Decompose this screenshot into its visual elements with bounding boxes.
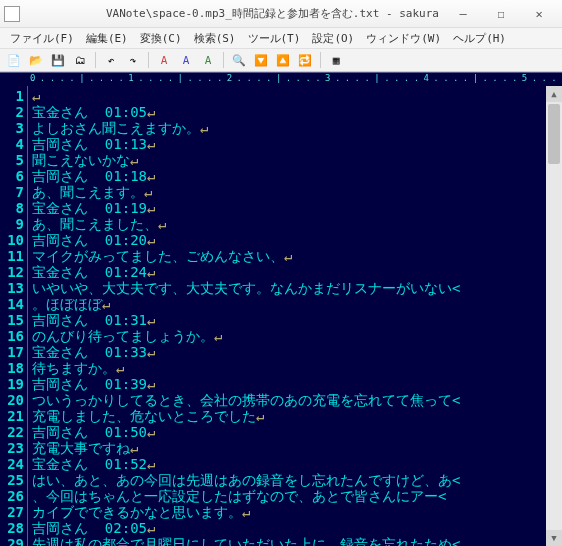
ruler: 0 . . . . | . . . . 1 . . . . | . . . . … bbox=[0, 72, 562, 86]
window-controls: — ☐ ✕ bbox=[444, 3, 558, 25]
vertical-scrollbar[interactable]: ▲ ▼ bbox=[546, 86, 562, 546]
line-number: 12 bbox=[0, 264, 27, 280]
a1-icon[interactable]: A bbox=[154, 50, 174, 70]
line-number: 9 bbox=[0, 216, 27, 232]
line-number: 14 bbox=[0, 296, 27, 312]
maximize-button[interactable]: ☐ bbox=[482, 3, 520, 25]
text-line[interactable]: のんびり待ってましょうか。↵ bbox=[32, 328, 562, 344]
window-title: VANote\space-0.mp3_時間記録と参加者を含む.txt - sak… bbox=[26, 6, 444, 21]
text-line[interactable]: 宝金さん 01:19↵ bbox=[32, 200, 562, 216]
line-number: 10 bbox=[0, 232, 27, 248]
line-number: 5 bbox=[0, 152, 27, 168]
editor-area: 1234567891011121314151617181920212223242… bbox=[0, 86, 562, 546]
save-icon[interactable]: 💾 bbox=[48, 50, 68, 70]
menu-setting[interactable]: 設定(O) bbox=[306, 29, 360, 48]
text-line[interactable]: 吉岡さん 01:31↵ bbox=[32, 312, 562, 328]
line-number: 22 bbox=[0, 424, 27, 440]
text-line[interactable]: 吉岡さん 02:05↵ bbox=[32, 520, 562, 536]
replace-icon[interactable]: 🔁 bbox=[295, 50, 315, 70]
menu-convert[interactable]: 変換(C) bbox=[134, 29, 188, 48]
saveall-icon[interactable]: 🗂 bbox=[70, 50, 90, 70]
line-number: 29 bbox=[0, 536, 27, 546]
separator bbox=[95, 52, 96, 68]
text-line[interactable]: 吉岡さん 01:18↵ bbox=[32, 168, 562, 184]
separator bbox=[223, 52, 224, 68]
text-line[interactable]: 待ちますか。↵ bbox=[32, 360, 562, 376]
text-line[interactable]: 充電しました、危ないところでした↵ bbox=[32, 408, 562, 424]
text-line[interactable]: あ、聞こえます。↵ bbox=[32, 184, 562, 200]
a3-icon[interactable]: A bbox=[198, 50, 218, 70]
line-number: 27 bbox=[0, 504, 27, 520]
text-line[interactable]: 、今回はちゃんと一応設定したはずなので、あとで皆さんにアー< bbox=[32, 488, 562, 504]
close-button[interactable]: ✕ bbox=[520, 3, 558, 25]
text-line[interactable]: 吉岡さん 01:50↵ bbox=[32, 424, 562, 440]
separator bbox=[320, 52, 321, 68]
new-icon[interactable]: 📄 bbox=[4, 50, 24, 70]
line-number: 23 bbox=[0, 440, 27, 456]
line-number: 8 bbox=[0, 200, 27, 216]
line-number: 26 bbox=[0, 488, 27, 504]
titlebar: VANote\space-0.mp3_時間記録と参加者を含む.txt - sak… bbox=[0, 0, 562, 28]
text-line[interactable]: マイクがみってました、ごめんなさい、↵ bbox=[32, 248, 562, 264]
line-number: 21 bbox=[0, 408, 27, 424]
line-number: 1 bbox=[0, 88, 27, 104]
a2-icon[interactable]: A bbox=[176, 50, 196, 70]
menu-help[interactable]: ヘルプ(H) bbox=[447, 29, 512, 48]
text-content[interactable]: ↵宝金さん 01:05↵よしおさん聞こえますか。↵吉岡さん 01:13↵聞こえな… bbox=[28, 86, 562, 546]
text-line[interactable]: ついうっかりしてるとき、会社の携帯のあの充電を忘れてて焦って< bbox=[32, 392, 562, 408]
open-icon[interactable]: 📂 bbox=[26, 50, 46, 70]
text-line[interactable]: 宝金さん 01:24↵ bbox=[32, 264, 562, 280]
text-line[interactable]: はい、あと、あの今回は先週はあの録音をし忘れたんですけど、あ< bbox=[32, 472, 562, 488]
search-down-icon[interactable]: 🔽 bbox=[251, 50, 271, 70]
text-line[interactable]: 吉岡さん 01:13↵ bbox=[32, 136, 562, 152]
line-number: 6 bbox=[0, 168, 27, 184]
line-number: 7 bbox=[0, 184, 27, 200]
text-line[interactable]: 吉岡さん 01:20↵ bbox=[32, 232, 562, 248]
text-line[interactable]: 充電大事ですね↵ bbox=[32, 440, 562, 456]
app-icon bbox=[4, 6, 20, 22]
line-number: 3 bbox=[0, 120, 27, 136]
line-number: 24 bbox=[0, 456, 27, 472]
text-line[interactable]: いやいや、大丈夫です、大丈夫です。なんかまだリスナーがいない< bbox=[32, 280, 562, 296]
search-up-icon[interactable]: 🔼 bbox=[273, 50, 293, 70]
menu-tool[interactable]: ツール(T) bbox=[242, 29, 307, 48]
text-line[interactable]: 宝金さん 01:52↵ bbox=[32, 456, 562, 472]
line-number: 2 bbox=[0, 104, 27, 120]
menu-edit[interactable]: 編集(E) bbox=[80, 29, 134, 48]
scroll-down-icon[interactable]: ▼ bbox=[546, 530, 562, 546]
separator bbox=[148, 52, 149, 68]
text-line[interactable]: 聞こえないかな↵ bbox=[32, 152, 562, 168]
text-line[interactable]: ↵ bbox=[32, 88, 562, 104]
text-line[interactable]: よしおさん聞こえますか。↵ bbox=[32, 120, 562, 136]
text-line[interactable]: あ、聞こえました、↵ bbox=[32, 216, 562, 232]
line-number: 4 bbox=[0, 136, 27, 152]
menubar: ファイル(F) 編集(E) 変換(C) 検索(S) ツール(T) 設定(O) ウ… bbox=[0, 28, 562, 48]
line-number: 13 bbox=[0, 280, 27, 296]
line-number: 20 bbox=[0, 392, 27, 408]
line-number: 16 bbox=[0, 328, 27, 344]
text-line[interactable]: 吉岡さん 01:39↵ bbox=[32, 376, 562, 392]
search-icon[interactable]: 🔍 bbox=[229, 50, 249, 70]
redo-icon[interactable]: ↷ bbox=[123, 50, 143, 70]
text-line[interactable]: 先週は私の都合で月曜日にしていただいた上に、録音を忘れたため< bbox=[32, 536, 562, 546]
text-line[interactable]: 宝金さん 01:05↵ bbox=[32, 104, 562, 120]
line-number: 19 bbox=[0, 376, 27, 392]
text-line[interactable]: 。ほぼほぼ↵ bbox=[32, 296, 562, 312]
extra-icon[interactable]: ▦ bbox=[326, 50, 346, 70]
menu-window[interactable]: ウィンドウ(W) bbox=[360, 29, 447, 48]
minimize-button[interactable]: — bbox=[444, 3, 482, 25]
menu-search[interactable]: 検索(S) bbox=[188, 29, 242, 48]
line-number: 28 bbox=[0, 520, 27, 536]
line-number-gutter: 1234567891011121314151617181920212223242… bbox=[0, 86, 28, 546]
undo-icon[interactable]: ↶ bbox=[101, 50, 121, 70]
menu-file[interactable]: ファイル(F) bbox=[4, 29, 80, 48]
toolbar: 📄 📂 💾 🗂 ↶ ↷ A A A 🔍 🔽 🔼 🔁 ▦ bbox=[0, 48, 562, 72]
line-number: 15 bbox=[0, 312, 27, 328]
scroll-up-icon[interactable]: ▲ bbox=[546, 86, 562, 102]
scroll-thumb[interactable] bbox=[548, 104, 560, 164]
text-line[interactable]: カイブでできるかなと思います。↵ bbox=[32, 504, 562, 520]
line-number: 25 bbox=[0, 472, 27, 488]
line-number: 11 bbox=[0, 248, 27, 264]
text-line[interactable]: 宝金さん 01:33↵ bbox=[32, 344, 562, 360]
line-number: 17 bbox=[0, 344, 27, 360]
